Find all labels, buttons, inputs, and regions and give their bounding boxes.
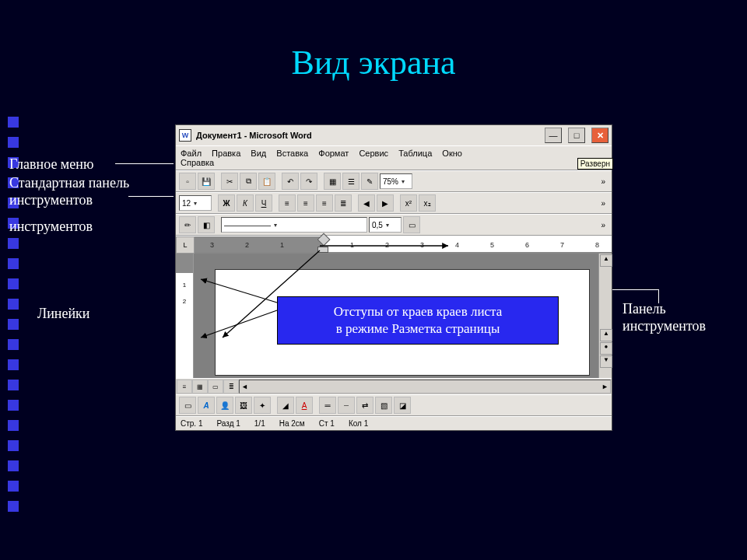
label-right-2: инструментов xyxy=(622,317,706,334)
weblayout-view-icon[interactable]: ▦ xyxy=(192,380,208,394)
autoshapes-icon[interactable]: A xyxy=(198,397,215,414)
vertical-ruler[interactable]: 1 2 xyxy=(176,254,194,378)
minimize-button[interactable]: — xyxy=(545,128,562,143)
select-objects-icon[interactable]: ▭ xyxy=(179,397,196,414)
tables-toolbar: ✏ ◧ ―――――― 0,5 ▭ » xyxy=(176,214,612,236)
line-weight-combo[interactable]: 0,5 xyxy=(369,217,402,233)
zoom-combo[interactable]: 75% xyxy=(380,173,412,189)
paste-icon[interactable]: 📋 xyxy=(258,173,275,190)
wordart-icon[interactable]: ✦ xyxy=(254,397,271,414)
menu-format[interactable]: Формат xyxy=(318,149,349,158)
label-right-1: Панель xyxy=(622,300,666,317)
shadow-icon[interactable]: ▧ xyxy=(375,397,392,414)
insert-clipart-icon[interactable]: 👤 xyxy=(216,397,233,414)
redo-icon[interactable]: ↷ xyxy=(300,173,317,190)
vertical-scrollbar[interactable]: ▲ ▲ ● ▼ xyxy=(598,254,612,378)
superscript-icon[interactable]: x² xyxy=(400,194,417,212)
window-title: Документ1 - Microsoft Word xyxy=(196,131,538,140)
label-main-menu: Главное меню xyxy=(9,156,93,173)
status-col: Кол 1 xyxy=(349,419,368,428)
copy-icon[interactable]: ⧉ xyxy=(240,173,257,190)
label-tools-word: инструментов xyxy=(9,218,93,235)
save-icon[interactable]: 💾 xyxy=(198,173,215,190)
callout-line1: Отступы от краев краев листа xyxy=(286,303,550,320)
document-area: 1 2 ▲ ▲ ● ▼ Отступы от краев краев листа… xyxy=(176,254,612,378)
cut-icon[interactable]: ✂ xyxy=(221,173,238,190)
callout-line2: в режиме Разметка страницы xyxy=(286,320,550,338)
subscript-icon[interactable]: x₂ xyxy=(419,194,436,212)
titlebar: W Документ1 - Microsoft Word — □ ✕ xyxy=(176,125,612,145)
horizontal-scrollbar[interactable]: ◄► xyxy=(239,380,611,394)
close-button[interactable]: ✕ xyxy=(591,128,608,143)
fontsize-combo[interactable]: 12 xyxy=(179,195,212,211)
arrow-style-icon[interactable]: ⇄ xyxy=(356,397,374,414)
callout-box: Отступы от краев краев листа в режиме Ра… xyxy=(277,296,559,345)
insert-picture-icon[interactable]: 🖼 xyxy=(235,397,252,414)
align-center-icon[interactable]: ≡ xyxy=(297,194,314,212)
dash-style-icon[interactable]: ┄ xyxy=(338,397,355,414)
outline-view-icon[interactable]: ≣ xyxy=(223,380,239,394)
pointer-line xyxy=(658,289,659,303)
pointer-line xyxy=(115,163,174,164)
indent-decrease-icon[interactable]: ◀ xyxy=(358,194,375,212)
line-style-icon[interactable]: ═ xyxy=(319,397,336,414)
menu-bar: Файл Правка Вид Вставка Формат Сервис Та… xyxy=(176,145,612,170)
ruler-row: L 3 2 1 1 2 3 4 5 6 7 8 xyxy=(176,236,612,254)
fill-color-icon[interactable]: ◢ xyxy=(277,397,294,414)
maximize-button[interactable]: □ xyxy=(568,128,585,143)
status-pages: 1/1 xyxy=(254,419,265,428)
label-std-toolbar-2: инструментов xyxy=(9,191,93,208)
slide-title: Вид экрана xyxy=(0,0,747,82)
line-color-icon[interactable]: A xyxy=(296,397,313,414)
toolbar-more-icon[interactable]: » xyxy=(598,177,608,186)
table-icon[interactable]: ▦ xyxy=(324,173,341,190)
new-doc-icon[interactable]: ▫ xyxy=(179,173,196,190)
scroll-up-icon[interactable]: ▲ xyxy=(600,254,612,267)
align-justify-icon[interactable]: ≣ xyxy=(335,194,352,212)
underline-button[interactable]: Ч xyxy=(255,194,272,212)
border-color-icon[interactable]: ▭ xyxy=(403,216,420,233)
label-std-toolbar-1: Стандартная панель xyxy=(9,174,129,191)
pointer-line xyxy=(128,196,174,197)
menu-table[interactable]: Таблица xyxy=(398,149,432,158)
menu-edit[interactable]: Правка xyxy=(212,149,240,158)
tooltip: Разверн xyxy=(577,158,613,170)
view-bar: ≡ ▦ ▭ ≣ ◄► xyxy=(176,378,612,394)
browse-object-icon[interactable]: ● xyxy=(600,342,612,355)
menu-tools[interactable]: Сервис xyxy=(359,149,388,158)
ruler-corner[interactable]: L xyxy=(176,236,195,254)
toolbar-more-icon[interactable]: » xyxy=(598,221,608,229)
label-rulers: Линейки xyxy=(37,305,89,322)
italic-button[interactable]: К xyxy=(237,194,254,212)
print-layout-view-icon[interactable]: ▭ xyxy=(208,380,223,394)
normal-view-icon[interactable]: ≡ xyxy=(177,380,192,394)
word-window: W Документ1 - Microsoft Word — □ ✕ Разве… xyxy=(175,124,612,431)
columns-icon[interactable]: ☰ xyxy=(342,173,359,190)
toolbar-more-icon[interactable]: » xyxy=(598,199,608,208)
draw-table-icon[interactable]: ✏ xyxy=(179,216,196,233)
menu-file[interactable]: Файл xyxy=(181,149,202,158)
bold-button[interactable]: Ж xyxy=(218,194,235,212)
browse-next-icon[interactable]: ▼ xyxy=(600,355,612,368)
3d-icon[interactable]: ◪ xyxy=(394,397,411,414)
drawing-toolbar: ▭ A 👤 🖼 ✦ ◢ A ═ ┄ ⇄ ▧ ◪ xyxy=(176,394,612,416)
word-icon: W xyxy=(179,129,191,142)
drawing-icon[interactable]: ✎ xyxy=(361,173,378,190)
line-style-combo[interactable]: ―――――― xyxy=(221,217,367,233)
status-position: На 2см xyxy=(279,419,305,428)
menu-view[interactable]: Вид xyxy=(251,149,266,158)
browse-prev-icon[interactable]: ▲ xyxy=(600,329,612,341)
status-page: Стр. 1 xyxy=(181,419,202,428)
eraser-icon[interactable]: ◧ xyxy=(198,216,215,233)
left-indent-marker[interactable] xyxy=(317,247,328,253)
menu-window[interactable]: Окно xyxy=(442,149,462,158)
menu-help[interactable]: Справка xyxy=(181,158,214,167)
indent-increase-icon[interactable]: ▶ xyxy=(377,194,394,212)
menu-insert[interactable]: Вставка xyxy=(276,149,308,158)
undo-icon[interactable]: ↶ xyxy=(282,173,299,190)
horizontal-ruler[interactable]: 3 2 1 1 2 3 4 5 6 7 8 xyxy=(195,236,612,252)
status-bar: Стр. 1 Разд 1 1/1 На 2см Ст 1 Кол 1 xyxy=(176,416,612,430)
align-left-icon[interactable]: ≡ xyxy=(279,194,296,212)
align-right-icon[interactable]: ≡ xyxy=(316,194,333,212)
standard-toolbar: ▫ 💾 ✂ ⧉ 📋 ↶ ↷ ▦ ☰ ✎ 75% » xyxy=(176,170,612,192)
